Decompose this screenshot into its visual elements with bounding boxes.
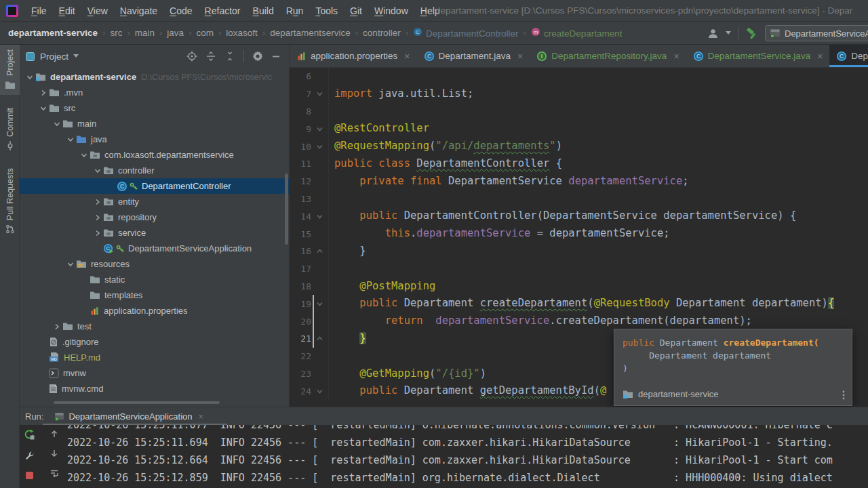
tree-item-application-properties[interactable]: application.properties [20, 303, 289, 319]
breadcrumb-item[interactable]: com [196, 28, 214, 38]
line-number[interactable]: 12 [290, 176, 311, 186]
code-line[interactable]: 14 public DepartamentController(Departam… [290, 207, 868, 225]
fold-marker-icon[interactable] [311, 120, 329, 138]
tree-chevron-icon[interactable] [64, 136, 76, 144]
tree-chevron-icon[interactable] [92, 198, 103, 206]
expand-all-icon[interactable] [205, 51, 216, 62]
chevron-down-icon[interactable] [726, 31, 731, 35]
breadcrumb-item[interactable]: departament-service [8, 28, 98, 38]
tree-item-mvnw[interactable]: mvnw [20, 365, 289, 381]
close-icon[interactable]: × [817, 51, 823, 62]
fold-marker-icon[interactable] [311, 138, 329, 155]
code-line[interactable]: 17 [290, 260, 868, 278]
code-line[interactable]: 13 [290, 190, 868, 208]
line-number[interactable]: 17 [290, 264, 311, 274]
menu-edit[interactable]: Edit [53, 0, 81, 22]
breadcrumb-item[interactable]: loxasoft [226, 28, 258, 38]
tree-item-service[interactable]: service [20, 225, 289, 241]
line-number[interactable]: 24 [290, 386, 311, 396]
tree-item-com-loxasoft-departamentservice[interactable]: com.loxasoft.departamentservice [20, 147, 289, 163]
tree-item-repository[interactable]: repository [20, 209, 289, 225]
line-number[interactable]: 11 [290, 159, 311, 169]
line-number[interactable]: 9 [290, 124, 311, 134]
line-number[interactable]: 21 [290, 333, 311, 344]
stripe-tab-project[interactable]: Project [0, 45, 20, 95]
line-number[interactable]: 19 [290, 299, 311, 309]
chevron-down-icon[interactable] [73, 54, 79, 58]
breadcrumb-item[interactable]: java [167, 28, 184, 38]
tree-chevron-icon[interactable] [92, 214, 103, 222]
code-line[interactable]: 16 } [290, 243, 868, 260]
tree-chevron-icon[interactable] [24, 73, 35, 81]
code-line[interactable]: 18 @PostMapping [290, 278, 868, 296]
fold-marker-icon[interactable] [311, 207, 329, 225]
menu-file[interactable]: File [25, 0, 53, 22]
collapse-all-icon[interactable] [224, 51, 235, 62]
close-icon[interactable]: × [199, 411, 204, 422]
line-number[interactable]: 16 [290, 246, 311, 256]
line-number[interactable]: 10 [290, 142, 311, 152]
breadcrumb-item[interactable]: departamentservice [270, 28, 351, 38]
line-number[interactable]: 23 [290, 369, 311, 379]
breadcrumb-item[interactable]: main [135, 28, 155, 38]
kebab-menu-icon[interactable] [842, 390, 845, 400]
tree-chevron-icon[interactable] [37, 89, 49, 97]
tree-chevron-icon[interactable] [64, 260, 76, 268]
code-line[interactable]: 7import java.util.List; [290, 85, 868, 103]
project-tree-horizontal-scrollbar[interactable] [54, 401, 220, 404]
tree-chevron-icon[interactable] [92, 167, 103, 175]
tree-item-resources[interactable]: resources [20, 256, 289, 272]
fold-marker-icon[interactable] [311, 85, 329, 103]
menu-git[interactable]: Git [344, 0, 368, 22]
run-tab[interactable]: DepartamentServiceApplication × [54, 407, 203, 425]
tree-chevron-icon[interactable] [51, 120, 62, 128]
editor-tab-departamentrepository-java[interactable]: IDepartamentRepository.java× [530, 45, 686, 67]
editor-tab-departamentservice-java[interactable]: CDepartamentService.java× [686, 45, 830, 67]
code-line[interactable]: 10@RequestMapping("/api/departaments") [290, 138, 868, 155]
menu-run[interactable]: Run [280, 0, 310, 22]
close-icon[interactable]: × [517, 51, 523, 62]
fold-marker-icon[interactable] [311, 382, 329, 400]
line-number[interactable]: 15 [290, 229, 311, 239]
fold-marker-icon[interactable] [311, 243, 329, 260]
tree-item-controller[interactable]: controller [20, 163, 289, 178]
editor-tab-departamentcontroller-java[interactable]: CDepartamentController.java× [829, 45, 868, 67]
close-icon[interactable]: × [673, 51, 679, 62]
line-number[interactable]: 18 [290, 281, 311, 291]
tree-chevron-icon[interactable] [92, 229, 103, 237]
tree-item-src[interactable]: src [20, 100, 289, 116]
tree-item-java[interactable]: java [20, 131, 289, 147]
line-number[interactable]: 7 [290, 89, 311, 99]
menu-window[interactable]: Window [368, 0, 414, 22]
menu-code[interactable]: Code [163, 0, 198, 22]
settings-gear-icon[interactable] [252, 51, 263, 62]
editor-tab-application-properties[interactable]: application.properties× [290, 45, 417, 67]
code-line[interactable]: 12 private final DepartamentService depa… [290, 173, 868, 190]
code-line[interactable]: 8 [290, 103, 868, 121]
tree-item-mvnw-cmd[interactable]: mvnw.cmd [20, 381, 289, 396]
hide-panel-icon[interactable] [271, 52, 281, 61]
code-line[interactable]: 11public class DepartamentController { [290, 155, 868, 173]
breadcrumb-item[interactable]: src [110, 28, 122, 38]
tree-item-departamentcontroller[interactable]: CDepartamentController [20, 178, 289, 194]
close-icon[interactable]: × [404, 51, 410, 62]
tree-item-main[interactable]: main [20, 116, 289, 131]
line-number[interactable]: 22 [290, 351, 311, 361]
tree-item-entity[interactable]: entity [20, 194, 289, 209]
code-line[interactable]: 9@RestController [290, 120, 868, 138]
line-number[interactable]: 14 [290, 211, 311, 222]
menu-build[interactable]: Build [247, 0, 280, 22]
project-tree-vertical-scrollbar[interactable] [285, 174, 288, 245]
tree-item-departamentserviceapplication[interactable]: CDepartamentServiceApplication [20, 241, 289, 256]
locate-file-icon[interactable] [186, 51, 197, 62]
build-hammer-icon[interactable] [745, 27, 758, 40]
line-number[interactable]: 13 [290, 194, 311, 204]
tree-item-help-md[interactable]: MDHELP.md [20, 350, 289, 365]
tree-item-templates[interactable]: templates [20, 287, 289, 303]
console-output[interactable]: 2022-10-26 15:25:11.077 INFO 22456 --- [… [20, 425, 868, 488]
stripe-tab-commit[interactable]: Commit [0, 103, 20, 155]
line-number[interactable]: 20 [290, 317, 311, 327]
code-line[interactable]: 19 public Departament createDepartament(… [290, 295, 868, 312]
editor-tab-departament-java[interactable]: CDepartament.java× [417, 45, 530, 67]
menu-navigate[interactable]: Navigate [114, 0, 163, 22]
